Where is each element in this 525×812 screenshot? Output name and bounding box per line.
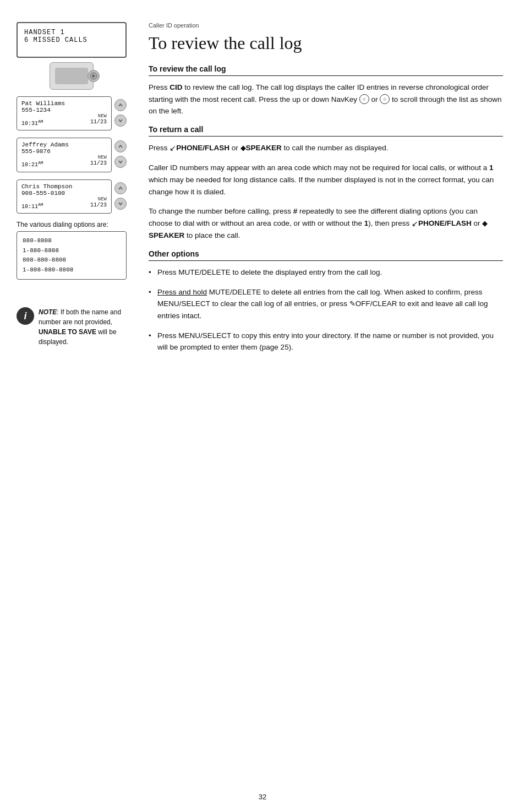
call-entry-jeffrey-adams: Jeffrey Adams 555-9876 NEW 10:21AM 11/23 [17, 138, 112, 172]
caller-name-1: Pat Williams [21, 100, 107, 107]
hash-key: # [293, 207, 298, 215]
dialing-options-label: The various dialing options are: [17, 221, 127, 228]
page-number: 32 [0, 793, 525, 801]
left-column: HANDSET 1 6 MISSED CALLS Pat Williams [0, 17, 138, 795]
section-label: Caller ID operation [149, 22, 503, 29]
call-time-1: 10:31AM 11/23 [21, 119, 107, 127]
off-clear-key: OFF/CLEAR [356, 299, 397, 308]
side-buttons-2 [114, 138, 127, 168]
handset-body [50, 62, 94, 90]
return-paragraph-1: Press ↙PHONE/FLASH or ◆SPEAKER to call t… [149, 142, 503, 155]
subsection-other-title: Other options [149, 249, 503, 261]
side-buttons-3 [114, 179, 127, 210]
navkey-up-icon: ○ [359, 94, 369, 104]
handset-illustration [17, 62, 127, 90]
speaker-icon-2: ◆ [482, 218, 488, 230]
new-badge-1: NEW [21, 113, 107, 119]
handset-screen [55, 68, 88, 84]
main-title: To review the call log [149, 33, 503, 53]
return-paragraph-3: To change the number before calling, pre… [149, 205, 503, 242]
dial-option-4: 1-808-880-8808 [23, 265, 121, 275]
down-btn-1[interactable] [114, 115, 127, 127]
caller-name-2: Jeffrey Adams [21, 141, 107, 148]
mute-delete-key-1: MUTE/DELETE [178, 268, 231, 276]
subsection-review-title: To review the call log [149, 64, 503, 76]
caller-name-3: Chris Thompson [21, 183, 107, 190]
new-badge-2: NEW [21, 155, 107, 160]
one-key: 1 [489, 164, 494, 172]
dial-option-1: 880-8808 [23, 236, 121, 246]
handset-line1: HANDSET 1 [24, 29, 119, 36]
speaker-key: SPEAKER [246, 144, 282, 152]
call-entry-row-2: Jeffrey Adams 555-9876 NEW 10:21AM 11/23 [17, 138, 127, 173]
call-time-3: 10:11AM 11/23 [21, 202, 107, 210]
dial-option-3: 808-880-8808 [23, 255, 121, 265]
side-buttons-1 [114, 96, 127, 127]
cid-key: CID [169, 83, 182, 91]
menu-select-key-2: MENU/SELECT [178, 331, 231, 340]
down-btn-2[interactable] [114, 156, 127, 168]
caller-number-1: 555-1234 [21, 107, 107, 113]
down-btn-3[interactable] [114, 198, 127, 210]
press-hold-label: Press and hold [157, 288, 207, 296]
note-label: NOTE [39, 308, 57, 316]
call-time-2: 10:21AM 11/23 [21, 160, 107, 168]
review-paragraph: Press CID to review the call log. The ca… [149, 81, 503, 117]
right-column: Caller ID operation To review the call l… [138, 17, 525, 795]
menu-select-key-1: MENU/SELECT [157, 299, 210, 308]
option-delete: Press MUTE/DELETE to delete the displaye… [149, 266, 503, 279]
off-icon: ✎ [349, 298, 356, 310]
up-btn-2[interactable] [114, 140, 127, 152]
select-button[interactable] [88, 70, 100, 82]
unable-to-save: UNABLE TO SAVE [39, 328, 96, 336]
note-box: i NOTE: If both the name and number are … [17, 307, 127, 347]
new-badge-3: NEW [21, 197, 107, 202]
phone-icon: ↙ [169, 142, 176, 154]
phone-icon-2: ↙ [412, 217, 418, 230]
call-entry-row-1: Pat Williams 555-1234 NEW 10:31AM 11/23 [17, 96, 127, 132]
one-key-2: 1 [364, 219, 369, 227]
navkey-down-icon: ○ [380, 94, 390, 104]
call-entry-chris-thompson: Chris Thompson 908-555-0100 NEW 10:11AM … [17, 179, 112, 214]
dial-option-2: 1-880-8808 [23, 246, 121, 256]
call-entry-pat-williams: Pat Williams 555-1234 NEW 10:31AM 11/23 [17, 96, 112, 130]
handset-line2: 6 MISSED CALLS [24, 36, 119, 44]
up-btn-1[interactable] [114, 99, 127, 111]
info-icon: i [17, 307, 34, 325]
option-delete-all: Press and hold MUTE/DELETE to delete all… [149, 286, 503, 322]
option-copy: Press MENU/SELECT to copy this entry int… [149, 330, 503, 353]
phone-flash-key-2: PHONE/FLASH [418, 219, 472, 227]
speaker-key-2: SPEAKER [149, 231, 184, 239]
return-paragraph-2: Caller ID numbers may appear with an are… [149, 162, 503, 198]
speaker-icon: ◆ [240, 143, 246, 154]
up-btn-3[interactable] [114, 182, 127, 194]
note-text: NOTE: If both the name and number are no… [39, 307, 127, 347]
subsection-return-title: To return a call [149, 125, 503, 137]
caller-number-2: 555-9876 [21, 148, 107, 155]
caller-number-3: 908-555-0100 [21, 190, 107, 197]
call-entry-row-3: Chris Thompson 908-555-0100 NEW 10:11AM … [17, 179, 127, 215]
phone-flash-key: PHONE/FLASH [176, 144, 229, 152]
other-options-list: Press MUTE/DELETE to delete the displaye… [149, 266, 503, 353]
handset-display: HANDSET 1 6 MISSED CALLS [17, 22, 127, 58]
dialing-options-box: 880-8808 1-880-8808 808-880-8808 1-808-8… [17, 231, 127, 280]
mute-delete-key-2: MUTE/DELETE [209, 288, 261, 296]
